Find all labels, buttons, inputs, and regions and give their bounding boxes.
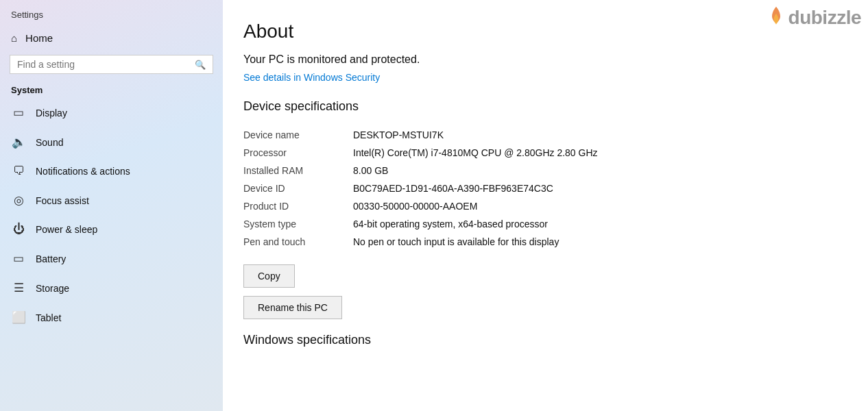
- table-row: Installed RAM8.00 GB: [243, 162, 834, 179]
- home-icon: ⌂: [11, 32, 17, 44]
- spec-label: Product ID: [243, 197, 353, 215]
- notifications-icon: 🗨: [11, 164, 26, 178]
- spec-label: Device ID: [243, 179, 353, 197]
- sidebar-item-label: Power & sleep: [36, 224, 97, 235]
- tablet-icon: ⬜: [11, 310, 26, 325]
- spec-label: Device name: [243, 126, 353, 144]
- table-row: ProcessorIntel(R) Core(TM) i7-4810MQ CPU…: [243, 144, 834, 162]
- storage-icon: ☰: [11, 281, 26, 295]
- focus-icon: ◎: [11, 193, 26, 208]
- spec-label: Processor: [243, 144, 353, 162]
- battery-icon: ▭: [11, 251, 26, 266]
- search-box[interactable]: 🔍: [10, 55, 213, 74]
- spec-value: B0C79AED-1D91-460A-A390-FBF963E74C3C: [353, 179, 834, 197]
- spec-label: Installed RAM: [243, 162, 353, 179]
- sidebar: Settings ⌂ Home 🔍 System ▭ Display 🔈 Sou…: [0, 0, 223, 411]
- spec-value: DESKTOP-MSTUI7K: [353, 126, 834, 144]
- sidebar-item-sound[interactable]: 🔈 Sound: [0, 127, 223, 157]
- power-icon: ⏻: [11, 223, 26, 236]
- flame-icon: [767, 5, 786, 30]
- sidebar-item-label: Notifications & actions: [36, 166, 130, 177]
- search-input[interactable]: [17, 59, 189, 70]
- table-row: Product ID00330-50000-00000-AAOEM: [243, 197, 834, 215]
- spec-value: 00330-50000-00000-AAOEM: [353, 197, 834, 215]
- sidebar-item-home[interactable]: ⌂ Home: [0, 25, 223, 51]
- sidebar-item-label: Display: [36, 108, 67, 119]
- search-icon: 🔍: [195, 60, 206, 70]
- spec-table: Device nameDESKTOP-MSTUI7KProcessorIntel…: [243, 126, 834, 251]
- spec-label: Pen and touch: [243, 233, 353, 251]
- protected-text: Your PC is monitored and protected.: [243, 53, 834, 66]
- display-icon: ▭: [11, 105, 26, 120]
- sound-icon: 🔈: [11, 135, 26, 149]
- system-section-label: System: [0, 81, 223, 98]
- copy-button[interactable]: Copy: [243, 264, 295, 288]
- sidebar-item-label: Battery: [36, 253, 66, 264]
- watermark-text: dubizzle: [788, 7, 861, 29]
- sidebar-item-focus[interactable]: ◎ Focus assist: [0, 186, 223, 215]
- watermark: dubizzle: [767, 5, 861, 30]
- sidebar-item-notifications[interactable]: 🗨 Notifications & actions: [0, 157, 223, 186]
- windows-specs-heading: Windows specifications: [243, 333, 834, 347]
- main-content: dubizzle About Your PC is monitored and …: [223, 0, 868, 411]
- sidebar-item-label: Sound: [36, 137, 63, 148]
- security-link[interactable]: See details in Windows Security: [243, 72, 380, 83]
- app-title: Settings: [0, 0, 223, 25]
- rename-button[interactable]: Rename this PC: [243, 296, 342, 319]
- sidebar-item-display[interactable]: ▭ Display: [0, 98, 223, 127]
- sidebar-item-battery[interactable]: ▭ Battery: [0, 244, 223, 273]
- spec-value: Intel(R) Core(TM) i7-4810MQ CPU @ 2.80GH…: [353, 144, 834, 162]
- home-label: Home: [25, 32, 53, 44]
- table-row: Pen and touchNo pen or touch input is av…: [243, 233, 834, 251]
- table-row: Device IDB0C79AED-1D91-460A-A390-FBF963E…: [243, 179, 834, 197]
- spec-value: No pen or touch input is available for t…: [353, 233, 834, 251]
- sidebar-item-tablet[interactable]: ⬜ Tablet: [0, 303, 223, 332]
- device-specs-heading: Device specifications: [243, 99, 834, 114]
- sidebar-item-label: Storage: [36, 283, 69, 294]
- sidebar-item-label: Tablet: [36, 312, 61, 323]
- sidebar-item-label: Focus assist: [36, 195, 89, 206]
- sidebar-item-power[interactable]: ⏻ Power & sleep: [0, 215, 223, 244]
- spec-label: System type: [243, 215, 353, 233]
- spec-value: 64-bit operating system, x64-based proce…: [353, 215, 834, 233]
- table-row: Device nameDESKTOP-MSTUI7K: [243, 126, 834, 144]
- sidebar-item-storage[interactable]: ☰ Storage: [0, 273, 223, 303]
- table-row: System type64-bit operating system, x64-…: [243, 215, 834, 233]
- spec-value: 8.00 GB: [353, 162, 834, 179]
- page-title: About: [243, 21, 834, 42]
